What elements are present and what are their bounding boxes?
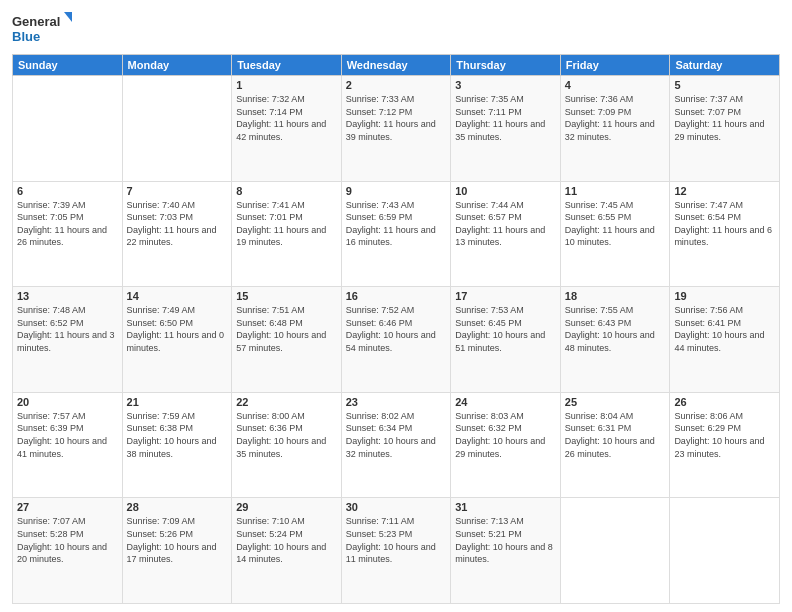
day-number: 7 [127, 185, 228, 197]
day-info: Sunrise: 7:44 AMSunset: 6:57 PMDaylight:… [455, 199, 556, 249]
day-info: Sunrise: 7:47 AMSunset: 6:54 PMDaylight:… [674, 199, 775, 249]
day-info: Sunrise: 7:33 AMSunset: 7:12 PMDaylight:… [346, 93, 447, 143]
day-number: 5 [674, 79, 775, 91]
day-info: Sunrise: 7:57 AMSunset: 6:39 PMDaylight:… [17, 410, 118, 460]
day-info: Sunrise: 8:06 AMSunset: 6:29 PMDaylight:… [674, 410, 775, 460]
calendar-day-cell: 9Sunrise: 7:43 AMSunset: 6:59 PMDaylight… [341, 181, 451, 287]
day-number: 17 [455, 290, 556, 302]
day-number: 3 [455, 79, 556, 91]
day-number: 1 [236, 79, 337, 91]
calendar-day-cell: 20Sunrise: 7:57 AMSunset: 6:39 PMDayligh… [13, 392, 123, 498]
day-info: Sunrise: 7:10 AMSunset: 5:24 PMDaylight:… [236, 515, 337, 565]
day-number: 23 [346, 396, 447, 408]
calendar-day-cell: 27Sunrise: 7:07 AMSunset: 5:28 PMDayligh… [13, 498, 123, 604]
calendar-day-cell: 4Sunrise: 7:36 AMSunset: 7:09 PMDaylight… [560, 76, 670, 182]
day-number: 13 [17, 290, 118, 302]
calendar-day-cell: 11Sunrise: 7:45 AMSunset: 6:55 PMDayligh… [560, 181, 670, 287]
calendar-day-cell: 2Sunrise: 7:33 AMSunset: 7:12 PMDaylight… [341, 76, 451, 182]
day-info: Sunrise: 7:53 AMSunset: 6:45 PMDaylight:… [455, 304, 556, 354]
calendar-day-cell: 22Sunrise: 8:00 AMSunset: 6:36 PMDayligh… [232, 392, 342, 498]
calendar-week-row: 6Sunrise: 7:39 AMSunset: 7:05 PMDaylight… [13, 181, 780, 287]
svg-text:General: General [12, 14, 60, 29]
day-info: Sunrise: 7:52 AMSunset: 6:46 PMDaylight:… [346, 304, 447, 354]
day-info: Sunrise: 7:39 AMSunset: 7:05 PMDaylight:… [17, 199, 118, 249]
calendar-day-cell: 24Sunrise: 8:03 AMSunset: 6:32 PMDayligh… [451, 392, 561, 498]
day-number: 18 [565, 290, 666, 302]
day-number: 14 [127, 290, 228, 302]
day-number: 8 [236, 185, 337, 197]
calendar-day-cell [670, 498, 780, 604]
calendar-day-cell: 26Sunrise: 8:06 AMSunset: 6:29 PMDayligh… [670, 392, 780, 498]
calendar-week-row: 27Sunrise: 7:07 AMSunset: 5:28 PMDayligh… [13, 498, 780, 604]
day-number: 2 [346, 79, 447, 91]
calendar-day-cell: 13Sunrise: 7:48 AMSunset: 6:52 PMDayligh… [13, 287, 123, 393]
day-number: 9 [346, 185, 447, 197]
day-number: 28 [127, 501, 228, 513]
weekday-header-cell: Monday [122, 55, 232, 76]
day-info: Sunrise: 7:32 AMSunset: 7:14 PMDaylight:… [236, 93, 337, 143]
calendar-day-cell: 21Sunrise: 7:59 AMSunset: 6:38 PMDayligh… [122, 392, 232, 498]
day-number: 22 [236, 396, 337, 408]
calendar-week-row: 1Sunrise: 7:32 AMSunset: 7:14 PMDaylight… [13, 76, 780, 182]
day-info: Sunrise: 7:51 AMSunset: 6:48 PMDaylight:… [236, 304, 337, 354]
weekday-header-cell: Friday [560, 55, 670, 76]
day-number: 10 [455, 185, 556, 197]
calendar-day-cell: 1Sunrise: 7:32 AMSunset: 7:14 PMDaylight… [232, 76, 342, 182]
day-info: Sunrise: 7:37 AMSunset: 7:07 PMDaylight:… [674, 93, 775, 143]
calendar-day-cell: 16Sunrise: 7:52 AMSunset: 6:46 PMDayligh… [341, 287, 451, 393]
header: General Blue [12, 10, 780, 48]
weekday-header: SundayMondayTuesdayWednesdayThursdayFrid… [13, 55, 780, 76]
calendar-day-cell [122, 76, 232, 182]
day-number: 31 [455, 501, 556, 513]
calendar-day-cell: 10Sunrise: 7:44 AMSunset: 6:57 PMDayligh… [451, 181, 561, 287]
day-number: 25 [565, 396, 666, 408]
day-number: 15 [236, 290, 337, 302]
calendar-week-row: 13Sunrise: 7:48 AMSunset: 6:52 PMDayligh… [13, 287, 780, 393]
weekday-header-cell: Tuesday [232, 55, 342, 76]
day-number: 4 [565, 79, 666, 91]
day-number: 24 [455, 396, 556, 408]
day-info: Sunrise: 7:59 AMSunset: 6:38 PMDaylight:… [127, 410, 228, 460]
calendar-day-cell: 12Sunrise: 7:47 AMSunset: 6:54 PMDayligh… [670, 181, 780, 287]
calendar-day-cell: 14Sunrise: 7:49 AMSunset: 6:50 PMDayligh… [122, 287, 232, 393]
calendar-day-cell [13, 76, 123, 182]
day-info: Sunrise: 7:45 AMSunset: 6:55 PMDaylight:… [565, 199, 666, 249]
day-info: Sunrise: 8:04 AMSunset: 6:31 PMDaylight:… [565, 410, 666, 460]
calendar-day-cell: 6Sunrise: 7:39 AMSunset: 7:05 PMDaylight… [13, 181, 123, 287]
weekday-header-cell: Wednesday [341, 55, 451, 76]
day-number: 26 [674, 396, 775, 408]
calendar-day-cell: 31Sunrise: 7:13 AMSunset: 5:21 PMDayligh… [451, 498, 561, 604]
calendar-day-cell: 18Sunrise: 7:55 AMSunset: 6:43 PMDayligh… [560, 287, 670, 393]
day-number: 29 [236, 501, 337, 513]
day-number: 6 [17, 185, 118, 197]
day-number: 30 [346, 501, 447, 513]
day-info: Sunrise: 8:00 AMSunset: 6:36 PMDaylight:… [236, 410, 337, 460]
calendar-body: 1Sunrise: 7:32 AMSunset: 7:14 PMDaylight… [13, 76, 780, 604]
day-info: Sunrise: 8:03 AMSunset: 6:32 PMDaylight:… [455, 410, 556, 460]
calendar-day-cell [560, 498, 670, 604]
logo-svg: General Blue [12, 10, 72, 48]
day-info: Sunrise: 7:36 AMSunset: 7:09 PMDaylight:… [565, 93, 666, 143]
calendar-page: General Blue SundayMondayTuesdayWednesda… [0, 0, 792, 612]
weekday-header-cell: Sunday [13, 55, 123, 76]
calendar-day-cell: 25Sunrise: 8:04 AMSunset: 6:31 PMDayligh… [560, 392, 670, 498]
day-info: Sunrise: 7:35 AMSunset: 7:11 PMDaylight:… [455, 93, 556, 143]
day-info: Sunrise: 8:02 AMSunset: 6:34 PMDaylight:… [346, 410, 447, 460]
calendar-day-cell: 17Sunrise: 7:53 AMSunset: 6:45 PMDayligh… [451, 287, 561, 393]
svg-marker-2 [64, 12, 72, 22]
day-number: 16 [346, 290, 447, 302]
calendar-day-cell: 8Sunrise: 7:41 AMSunset: 7:01 PMDaylight… [232, 181, 342, 287]
day-info: Sunrise: 7:11 AMSunset: 5:23 PMDaylight:… [346, 515, 447, 565]
day-info: Sunrise: 7:13 AMSunset: 5:21 PMDaylight:… [455, 515, 556, 565]
day-number: 11 [565, 185, 666, 197]
day-info: Sunrise: 7:41 AMSunset: 7:01 PMDaylight:… [236, 199, 337, 249]
day-info: Sunrise: 7:56 AMSunset: 6:41 PMDaylight:… [674, 304, 775, 354]
day-info: Sunrise: 7:07 AMSunset: 5:28 PMDaylight:… [17, 515, 118, 565]
calendar-week-row: 20Sunrise: 7:57 AMSunset: 6:39 PMDayligh… [13, 392, 780, 498]
calendar-day-cell: 29Sunrise: 7:10 AMSunset: 5:24 PMDayligh… [232, 498, 342, 604]
weekday-header-cell: Saturday [670, 55, 780, 76]
calendar-day-cell: 15Sunrise: 7:51 AMSunset: 6:48 PMDayligh… [232, 287, 342, 393]
calendar-day-cell: 30Sunrise: 7:11 AMSunset: 5:23 PMDayligh… [341, 498, 451, 604]
weekday-header-cell: Thursday [451, 55, 561, 76]
calendar-day-cell: 7Sunrise: 7:40 AMSunset: 7:03 PMDaylight… [122, 181, 232, 287]
